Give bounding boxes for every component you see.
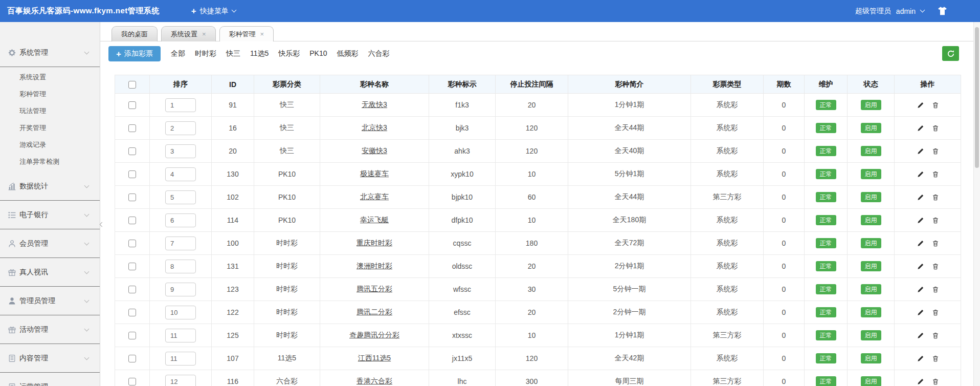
edit-icon[interactable] <box>917 286 924 293</box>
sidebar-group[interactable]: 活动管理 <box>0 315 100 344</box>
sort-input[interactable] <box>165 260 196 273</box>
edit-icon[interactable] <box>917 355 924 362</box>
filter-link[interactable]: 快三 <box>226 49 240 58</box>
close-icon[interactable]: × <box>260 31 264 37</box>
delete-icon[interactable] <box>932 147 939 155</box>
row-checkbox[interactable] <box>128 240 136 247</box>
row-checkbox[interactable] <box>128 170 136 178</box>
sidebar-item[interactable]: 开奖管理 <box>0 119 100 136</box>
sidebar-collapse-handle[interactable] <box>99 217 105 232</box>
sort-input[interactable] <box>165 237 196 250</box>
add-lottery-button[interactable]: + 添加彩票 <box>108 46 161 61</box>
filter-link[interactable]: 全部 <box>171 49 185 58</box>
sort-input[interactable] <box>165 306 196 319</box>
edit-icon[interactable] <box>917 378 924 385</box>
maintain-badge[interactable]: 正常 <box>816 376 836 386</box>
lottery-name-link[interactable]: 江西11选5 <box>358 354 391 362</box>
status-badge[interactable]: 启用 <box>861 307 881 317</box>
sidebar-item[interactable]: 游戏记录 <box>0 136 100 153</box>
row-checkbox[interactable] <box>128 378 136 385</box>
user-menu[interactable]: 超级管理员 admin <box>855 7 924 16</box>
filter-link[interactable]: 时时彩 <box>195 49 216 58</box>
lottery-name-link[interactable]: 重庆时时彩 <box>357 239 392 247</box>
sidebar-group[interactable]: 系统管理 <box>0 38 100 67</box>
quick-menu-button[interactable]: + 快捷菜单 <box>191 7 236 16</box>
maintain-badge[interactable]: 正常 <box>816 215 836 225</box>
delete-icon[interactable] <box>932 263 939 270</box>
status-badge[interactable]: 启用 <box>861 169 881 179</box>
lottery-name-link[interactable]: 澳洲时时彩 <box>357 262 392 270</box>
row-checkbox[interactable] <box>128 263 136 270</box>
maintain-badge[interactable]: 正常 <box>816 100 836 110</box>
sidebar-group[interactable]: 运营管理 <box>0 373 100 386</box>
refresh-button[interactable] <box>942 46 959 61</box>
sort-input[interactable] <box>165 121 196 135</box>
status-badge[interactable]: 启用 <box>861 238 881 248</box>
sort-input[interactable] <box>165 144 196 158</box>
maintain-badge[interactable]: 正常 <box>816 192 836 202</box>
status-badge[interactable]: 启用 <box>861 261 881 271</box>
row-checkbox[interactable] <box>128 309 136 316</box>
delete-icon[interactable] <box>932 217 939 224</box>
edit-icon[interactable] <box>917 309 924 316</box>
vertical-scrollbar[interactable] <box>973 22 980 386</box>
lottery-name-link[interactable]: 奇趣腾讯分分彩 <box>349 331 399 339</box>
sidebar-group[interactable]: 管理员管理 <box>0 287 100 315</box>
sidebar-item[interactable]: 玩法管理 <box>0 102 100 119</box>
edit-icon[interactable] <box>917 263 924 270</box>
sort-input[interactable] <box>165 329 196 342</box>
delete-icon[interactable] <box>932 240 939 247</box>
sidebar-group[interactable]: 数据统计 <box>0 172 100 201</box>
status-badge[interactable]: 启用 <box>861 123 881 133</box>
theme-tshirt-icon[interactable] <box>938 7 947 15</box>
lottery-name-link[interactable]: 无敌快3 <box>362 100 387 109</box>
status-badge[interactable]: 启用 <box>861 284 881 294</box>
row-checkbox[interactable] <box>128 194 136 201</box>
row-checkbox[interactable] <box>128 147 136 155</box>
maintain-badge[interactable]: 正常 <box>816 330 836 340</box>
row-checkbox[interactable] <box>128 101 136 109</box>
lottery-name-link[interactable]: 极速赛车 <box>360 169 389 178</box>
status-badge[interactable]: 启用 <box>861 353 881 363</box>
sidebar-group[interactable]: 内容管理 <box>0 344 100 373</box>
delete-icon[interactable] <box>932 194 939 201</box>
sidebar-group[interactable]: 电子银行 <box>0 201 100 229</box>
maintain-badge[interactable]: 正常 <box>816 261 836 271</box>
delete-icon[interactable] <box>932 309 939 316</box>
delete-icon[interactable] <box>932 124 939 132</box>
delete-icon[interactable] <box>932 355 939 362</box>
filter-link[interactable]: 六合彩 <box>368 49 390 58</box>
edit-icon[interactable] <box>917 101 924 109</box>
edit-icon[interactable] <box>917 147 924 155</box>
lottery-name-link[interactable]: 北京赛车 <box>360 192 389 201</box>
close-icon[interactable]: × <box>202 31 206 37</box>
sidebar-item[interactable]: 彩种管理 <box>0 85 100 102</box>
delete-icon[interactable] <box>932 286 939 293</box>
maintain-badge[interactable]: 正常 <box>816 284 836 294</box>
select-all-checkbox[interactable] <box>128 81 136 89</box>
maintain-badge[interactable]: 正常 <box>816 238 836 248</box>
sort-input[interactable] <box>165 167 196 181</box>
tab[interactable]: 彩种管理× <box>219 26 274 41</box>
sort-input[interactable] <box>165 375 196 386</box>
status-badge[interactable]: 启用 <box>861 192 881 202</box>
row-checkbox[interactable] <box>128 286 136 293</box>
row-checkbox[interactable] <box>128 332 136 339</box>
lottery-name-link[interactable]: 幸运飞艇 <box>360 216 389 224</box>
lottery-name-link[interactable]: 安徽快3 <box>362 146 387 155</box>
edit-icon[interactable] <box>917 194 924 201</box>
lottery-name-link[interactable]: 腾讯五分彩 <box>357 285 392 293</box>
edit-icon[interactable] <box>917 240 924 247</box>
sort-input[interactable] <box>165 98 196 112</box>
scrollbar-thumb[interactable] <box>975 27 979 168</box>
row-checkbox[interactable] <box>128 124 136 132</box>
edit-icon[interactable] <box>917 217 924 224</box>
delete-icon[interactable] <box>932 101 939 109</box>
status-badge[interactable]: 启用 <box>861 100 881 110</box>
delete-icon[interactable] <box>932 170 939 178</box>
status-badge[interactable]: 启用 <box>861 215 881 225</box>
edit-icon[interactable] <box>917 332 924 339</box>
sidebar-item[interactable]: 系统设置 <box>0 69 100 85</box>
edit-icon[interactable] <box>917 170 924 178</box>
maintain-badge[interactable]: 正常 <box>816 169 836 179</box>
